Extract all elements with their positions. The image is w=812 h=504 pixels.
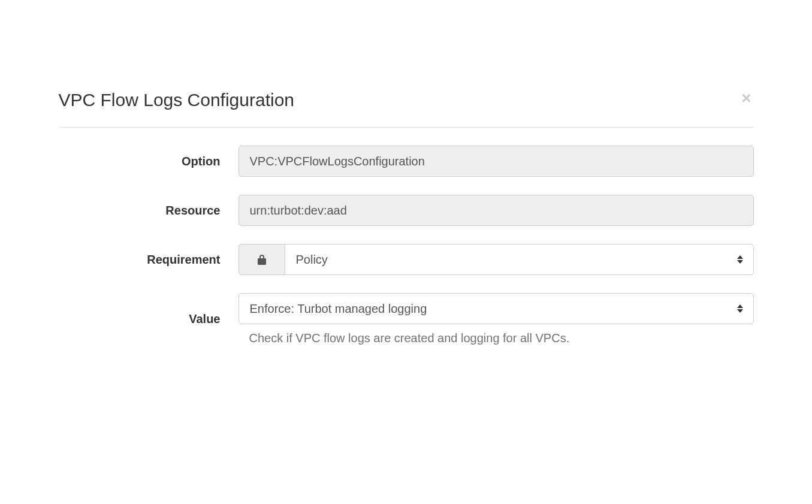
lock-icon (257, 254, 267, 265)
requirement-field-wrap: Policy (239, 244, 754, 275)
modal-header: VPC Flow Logs Configuration × (59, 90, 754, 128)
value-help-text: Check if VPC flow logs are created and l… (249, 331, 754, 345)
value-select-wrap: Enforce: Turbot managed logging (239, 293, 754, 324)
requirement-label: Requirement (59, 253, 239, 267)
lock-addon[interactable] (239, 244, 285, 275)
modal-body: Option VPC:VPCFlowLogsConfiguration Reso… (59, 128, 754, 345)
value-label: Value (59, 312, 239, 326)
option-label: Option (59, 155, 239, 168)
requirement-row: Requirement Policy (59, 244, 754, 275)
value-field-wrap: Enforce: Turbot managed logging Check if… (239, 293, 754, 345)
option-field-wrap: VPC:VPCFlowLogsConfiguration (239, 146, 754, 177)
requirement-select[interactable]: Policy (285, 244, 754, 275)
close-icon: × (741, 89, 751, 107)
option-row: Option VPC:VPCFlowLogsConfiguration (59, 146, 754, 177)
close-button[interactable]: × (739, 90, 753, 107)
option-field: VPC:VPCFlowLogsConfiguration (239, 146, 754, 177)
config-modal: VPC Flow Logs Configuration × Option VPC… (59, 90, 754, 345)
requirement-select-wrap: Policy (285, 244, 754, 275)
resource-row: Resource urn:turbot:dev:aad (59, 195, 754, 226)
modal-title: VPC Flow Logs Configuration (59, 90, 295, 110)
value-select[interactable]: Enforce: Turbot managed logging (239, 293, 754, 324)
resource-label: Resource (59, 204, 239, 218)
requirement-group: Policy (239, 244, 754, 275)
value-row: Value Enforce: Turbot managed logging Ch… (59, 293, 754, 345)
resource-field-wrap: urn:turbot:dev:aad (239, 195, 754, 226)
resource-field: urn:turbot:dev:aad (239, 195, 754, 226)
